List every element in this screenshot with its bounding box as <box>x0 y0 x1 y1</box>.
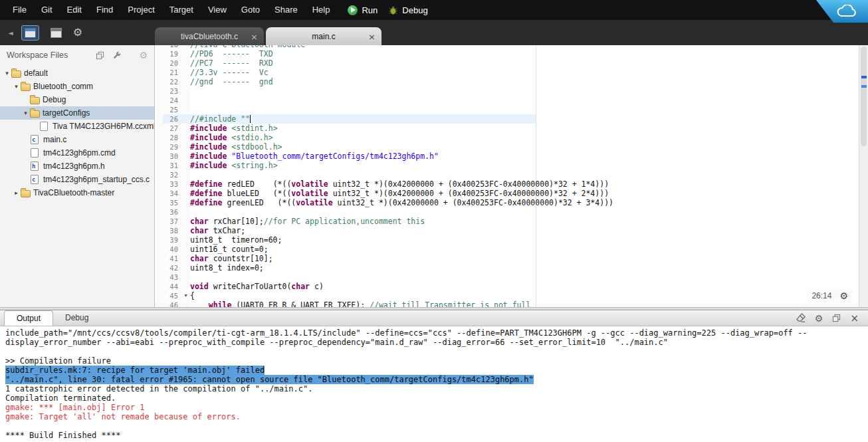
menu-edit[interactable]: Edit <box>60 0 89 20</box>
edit-perspective-icon[interactable] <box>21 25 39 41</box>
code-text[interactable] <box>190 170 859 179</box>
code-text[interactable] <box>190 207 859 217</box>
code-text[interactable] <box>190 105 859 114</box>
tree-item-tiva-tm4c123gh6pm-ccxml[interactable]: Tiva TM4C123GH6PM.ccxml <box>0 120 154 133</box>
editor-line-37[interactable]: 37char rxChar[10];//for PC application,u… <box>155 217 859 226</box>
editor-line-27[interactable]: 27#include <stdint.h> <box>155 124 859 133</box>
tree-item-targetconfigs[interactable]: ▾targetConfigs <box>0 106 154 120</box>
code-text[interactable]: #define redLED (*((volatile uint32_t *)(… <box>190 179 859 189</box>
editor-line-39[interactable]: 39uint8_t timeron=60; <box>155 235 859 245</box>
debug-button[interactable]: Debug <box>388 5 427 15</box>
code-text[interactable] <box>190 86 859 96</box>
editor-line-31[interactable]: 31#include <string.h> <box>155 161 859 170</box>
code-text[interactable]: #include "Bluetooth_comm/targetConfigs/t… <box>190 152 859 161</box>
editor-line-40[interactable]: 40uint16_t count=0; <box>155 245 859 254</box>
panel-tab-output[interactable]: Output <box>4 310 53 326</box>
sidebar-gear-icon[interactable]: ⚙ <box>139 50 148 60</box>
code-text[interactable]: uint16_t count=0; <box>190 245 859 254</box>
tab-main-c[interactable]: main.c× <box>266 27 381 45</box>
menu-help[interactable]: Help <box>305 0 338 20</box>
editor-line-46[interactable]: 46 while (UART0_FR_R & UART_FR_TXFE); //… <box>155 300 859 307</box>
editor-line-41[interactable]: 41char countstr[10]; <box>155 254 859 263</box>
clear-console-icon[interactable] <box>796 313 806 323</box>
code-text[interactable]: while (UART0_FR_R & UART_FR_TXFE); //wai… <box>190 300 859 307</box>
code-text[interactable]: void writeCharToUart0(char c) <box>190 282 859 291</box>
tree-item-default[interactable]: ▾default <box>0 66 154 80</box>
settings-icon[interactable]: ⚙ <box>815 313 823 324</box>
code-text[interactable]: char txChar; <box>190 226 859 235</box>
editor-line-23[interactable]: 23 <box>155 86 859 96</box>
menu-share[interactable]: Share <box>267 0 305 20</box>
editor-line-26[interactable]: 26//#include "" <box>155 114 859 124</box>
editor-line-20[interactable]: 20//PC7 ------ RXD <box>155 58 859 68</box>
back-icon[interactable]: ◄ <box>8 29 13 37</box>
editor-line-33[interactable]: 33#define redLED (*((volatile uint32_t *… <box>155 179 859 189</box>
menu-target[interactable]: Target <box>162 0 201 20</box>
code-text[interactable]: uint8_t timeron=60; <box>190 235 859 245</box>
editor-line-22[interactable]: 22//gnd ------ gnd <box>155 77 859 86</box>
panel-tab-debug[interactable]: Debug <box>53 310 100 326</box>
editor-line-25[interactable]: 25 <box>155 105 859 114</box>
debug-perspective-icon[interactable] <box>47 25 65 41</box>
expand-arrow-icon[interactable]: ▸ <box>12 189 21 196</box>
code-text[interactable] <box>190 96 859 105</box>
editor-line-28[interactable]: 28#include <stdio.h> <box>155 133 859 142</box>
editor-line-32[interactable]: 32 <box>155 170 859 179</box>
code-text[interactable] <box>190 273 859 282</box>
editor-line-29[interactable]: 29#include <stdbool.h> <box>155 142 859 152</box>
code-text[interactable]: #include <stdbool.h> <box>190 142 859 152</box>
code-text[interactable]: #include <string.h> <box>190 161 859 170</box>
menu-find[interactable]: Find <box>89 0 120 20</box>
run-button[interactable]: Run <box>348 5 378 15</box>
tab-tivacbluetooth-c[interactable]: tivaCbluetooth.c× <box>155 27 264 45</box>
tree-item-debug[interactable]: Debug <box>0 93 154 106</box>
code-text[interactable]: uint8_t index=0; <box>190 263 859 273</box>
close-icon[interactable]: × <box>368 31 376 41</box>
code-text[interactable]: //gnd ------ gnd <box>190 77 859 86</box>
menu-file[interactable]: File <box>5 0 34 20</box>
editor-line-36[interactable]: 36 <box>155 207 859 217</box>
gear-icon[interactable]: ⚙ <box>73 27 82 38</box>
editor-line-30[interactable]: 30#include "Bluetooth_comm/targetConfigs… <box>155 152 859 161</box>
tree-item-tm4c123gh6pm-h[interactable]: htm4c123gh6pm.h <box>0 160 154 173</box>
code-text[interactable]: #define greenLED (*((volatile uint32_t *… <box>190 198 859 207</box>
code-text[interactable]: #include <stdint.h> <box>190 124 859 133</box>
code-text[interactable]: //PC7 ------ RXD <box>190 58 859 68</box>
code-text[interactable]: { <box>190 291 859 300</box>
tree-item-bluetooth-comm[interactable]: ▾Bluetooth_comm <box>0 80 154 93</box>
tree-item-main-c[interactable]: cmain.c <box>0 133 154 146</box>
editor-line-38[interactable]: 38char txChar; <box>155 226 859 235</box>
code-text[interactable]: //PD6 ------ TXD <box>190 49 859 58</box>
tree-item-tm4c123gh6pm-cmd[interactable]: tm4c123gh6pm.cmd <box>0 146 154 160</box>
copy-icon[interactable] <box>96 51 104 60</box>
close-icon[interactable]: × <box>850 314 859 323</box>
tree-item-tivacbluetooth-master[interactable]: ▸TivaCBluetooth-master <box>0 186 154 199</box>
editor-line-42[interactable]: 42uint8_t index=0; <box>155 263 859 273</box>
editor-line-45[interactable]: 45▾{ <box>155 291 859 300</box>
menu-git[interactable]: Git <box>34 0 60 20</box>
collapse-arrow-icon[interactable]: ▾ <box>12 83 21 90</box>
editor-line-34[interactable]: 34#define blueLED (*((volatile uint32_t … <box>155 189 859 198</box>
editor-settings-icon[interactable]: ⚙ <box>839 290 848 301</box>
code-text[interactable]: char countstr[10]; <box>190 254 859 263</box>
collapse-arrow-icon[interactable]: ▾ <box>21 110 30 116</box>
code-text[interactable]: //3.3v ------ Vc <box>190 68 859 77</box>
scrollbar-thumb[interactable] <box>861 47 867 146</box>
menu-goto[interactable]: Goto <box>234 0 267 20</box>
menu-project[interactable]: Project <box>120 0 162 20</box>
tree-item-tm4c123gh6pm-startup-ccs-c[interactable]: ctm4c123gh6pm_startup_ccs.c <box>0 173 154 186</box>
wrench-icon[interactable] <box>112 51 122 60</box>
editor-line-43[interactable]: 43 <box>155 273 859 282</box>
close-icon[interactable]: × <box>251 31 258 41</box>
console[interactable]: include_path="/mnt/ccs/ccsv8/tools/compi… <box>0 326 868 442</box>
editor-line-24[interactable]: 24 <box>155 96 859 105</box>
cloud-sync-button[interactable] <box>816 0 868 23</box>
editor-line-44[interactable]: 44void writeCharToUart0(char c) <box>155 282 859 291</box>
editor-line-19[interactable]: 19//PD6 ------ TXD <box>155 49 859 58</box>
code-text[interactable]: #include <stdio.h> <box>190 133 859 142</box>
code-text[interactable]: #define blueLED (*((volatile uint32_t *)… <box>190 189 859 198</box>
menu-view[interactable]: View <box>201 0 234 20</box>
editor-scrollbar[interactable] <box>859 45 868 307</box>
code-editor[interactable]: 18//tiva C bluetooth module19//PD6 -----… <box>155 45 868 307</box>
collapse-arrow-icon[interactable]: ▾ <box>3 70 11 76</box>
